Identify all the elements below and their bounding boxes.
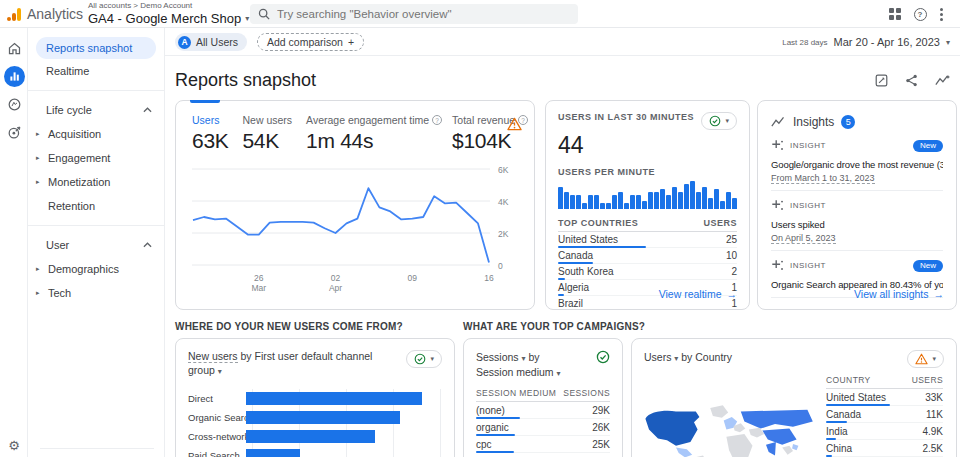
date-range-value: Mar 20 - Apr 16, 2023: [834, 36, 940, 48]
icon-rail: ⚙: [0, 28, 28, 457]
nav-item-acquisition[interactable]: ▸Acquisition: [28, 122, 164, 146]
metric-tab-users[interactable]: Users 63K: [192, 114, 228, 153]
per-minute-label: USERS PER MINUTE: [558, 167, 737, 177]
row-value: 11K: [926, 409, 943, 420]
add-comparison-button[interactable]: Add comparison +: [257, 33, 364, 51]
expand-arrow-icon[interactable]: ▸: [36, 178, 43, 186]
main-content: A All Users Add comparison + Last 28 day…: [165, 28, 960, 457]
home-icon[interactable]: [0, 34, 28, 62]
insight-tag: INSIGHT: [790, 261, 826, 270]
expand-arrow-icon[interactable]: ▸: [36, 154, 43, 162]
metric-tab-new-users[interactable]: New users 54K: [242, 114, 292, 153]
row-value: 2: [731, 266, 737, 277]
minute-bar: [720, 201, 725, 209]
all-users-chip[interactable]: A All Users: [175, 33, 247, 51]
channel-bar-chart[interactable]: DirectOrganic SearchCross-networkPaid Se…: [188, 389, 442, 457]
nav-label: Monetization: [48, 176, 110, 188]
minute-bar: [696, 192, 701, 209]
minute-bar: [648, 192, 653, 209]
row-label: Canada: [826, 409, 861, 420]
channel-row: Cross-network: [188, 427, 442, 446]
expand-arrow-icon[interactable]: ▸: [36, 289, 43, 297]
view-all-insights-link[interactable]: View all insights→: [854, 288, 944, 300]
insight-item[interactable]: INSIGHT New Google/organic drove the mos…: [771, 131, 943, 191]
expand-arrow-icon[interactable]: ▸: [36, 265, 43, 273]
users-per-minute-chart[interactable]: [558, 181, 737, 209]
card-title[interactable]: Sessions ▾ by Session medium ▾: [476, 350, 561, 380]
chevron-down-icon: ▾: [218, 367, 222, 376]
chevron-down-icon: ▾: [946, 38, 950, 47]
active-tab-indicator: [190, 100, 220, 103]
nav-item-demographics[interactable]: ▸Demographics: [28, 257, 164, 281]
row-label: organic: [476, 422, 509, 433]
nav-item-tech[interactable]: ▸Tech: [28, 281, 164, 305]
x-tick-label: 02Apr: [316, 273, 356, 293]
status-ok-badge[interactable]: ▾: [701, 112, 737, 130]
breadcrumb[interactable]: All accounts > Demo Account: [88, 2, 249, 10]
card-title[interactable]: New users by First user default channel …: [188, 350, 406, 377]
insights-spark-icon[interactable]: [935, 74, 950, 87]
nav-item-monetization[interactable]: ▸Monetization: [28, 170, 164, 194]
row-value: 4.9K: [922, 426, 943, 437]
nav-section-user[interactable]: User: [28, 233, 164, 257]
warning-badge[interactable]: ▾: [907, 350, 944, 368]
help-icon[interactable]: ?: [913, 7, 927, 21]
warning-icon[interactable]: [507, 117, 522, 131]
date-range-picker[interactable]: Last 28 days Mar 20 - Apr 16, 2023 ▾: [782, 36, 950, 48]
users-line-chart[interactable]: [192, 165, 490, 269]
add-comparison-label: Add comparison: [267, 36, 343, 48]
reports-icon[interactable]: [0, 62, 28, 90]
minute-bar: [618, 192, 623, 209]
minute-bar: [684, 184, 689, 209]
nav-item-realtime[interactable]: Realtime: [28, 59, 164, 83]
minute-bar: [702, 187, 707, 209]
insight-tag: INSIGHT: [790, 201, 826, 210]
world-map[interactable]: [640, 379, 820, 457]
reports-nav: Reports snapshot Realtime Life cycle ▸Ac…: [28, 28, 165, 457]
search-bar[interactable]: [250, 4, 578, 24]
minute-bar: [606, 203, 611, 209]
advertising-icon[interactable]: [0, 118, 28, 146]
search-input[interactable]: [277, 8, 570, 20]
y-tick-label: 6K: [498, 165, 508, 175]
settings-gear-icon[interactable]: ⚙: [0, 438, 28, 453]
section-title-campaigns: WHAT ARE YOUR TOP CAMPAIGNS?: [463, 321, 645, 332]
property-selector[interactable]: GA4 - Google Merch Shop ▾: [88, 12, 249, 25]
nav-item-reports-snapshot[interactable]: Reports snapshot: [36, 37, 156, 59]
analytics-logo-icon[interactable]: [7, 7, 23, 21]
nav-item-engagement[interactable]: ▸Engagement: [28, 146, 164, 170]
expand-arrow-icon[interactable]: ▸: [36, 130, 43, 138]
divider: [28, 225, 164, 226]
nav-section-life-cycle[interactable]: Life cycle: [28, 98, 164, 122]
apps-grid-icon[interactable]: [888, 7, 902, 21]
status-ok-badge[interactable]: ▾: [406, 350, 442, 368]
top-countries-header: TOP COUNTRIES: [558, 218, 638, 228]
chevron-up-icon[interactable]: [143, 107, 152, 113]
channel-label: Organic Search: [188, 412, 246, 423]
nav-label: Engagement: [48, 152, 110, 164]
minute-bar: [624, 203, 629, 209]
more-menu-icon[interactable]: [934, 7, 948, 21]
realtime-users-value: 44: [558, 132, 737, 159]
share-icon[interactable]: [905, 74, 918, 87]
col-header-sessions: SESSIONS: [563, 388, 610, 398]
check-circle-icon[interactable]: [596, 350, 610, 364]
y-tick-label: 4K: [498, 197, 508, 207]
channel-label: Paid Search: [188, 450, 246, 457]
explore-icon[interactable]: [0, 90, 28, 118]
insight-item[interactable]: INSIGHT Users spiked On April 5, 2023: [771, 191, 943, 251]
nav-item-retention[interactable]: Retention: [28, 194, 164, 218]
col-header-country: COUNTRY: [826, 375, 871, 385]
row-label: Canada: [558, 250, 593, 261]
comparison-bar: A All Users Add comparison + Last 28 day…: [165, 28, 960, 56]
customize-report-icon[interactable]: [875, 74, 888, 87]
row-value: 10: [726, 250, 737, 261]
new-users-channel-card: New users by First user default channel …: [175, 338, 455, 457]
chevron-up-icon[interactable]: [143, 242, 152, 248]
channel-row: Paid Search: [188, 446, 442, 457]
minute-bar: [612, 195, 617, 209]
view-realtime-link[interactable]: View realtime→: [659, 288, 737, 300]
metric-tab-avg-engagement[interactable]: Average engagement time? 1m 44s: [306, 114, 438, 153]
x-tick-label: 26Mar: [239, 273, 279, 293]
card-title[interactable]: Users ▾ by Country: [644, 350, 732, 365]
